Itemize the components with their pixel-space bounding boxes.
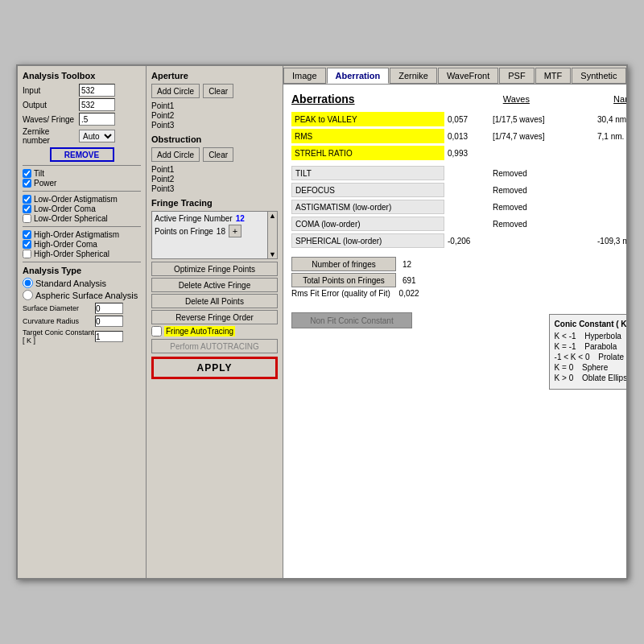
aber-name-strehl: STREHL RATIO [291, 146, 444, 160]
surface-diameter-label: Surface Diameter [23, 304, 95, 312]
surface-diameter-field[interactable] [95, 303, 123, 314]
aber-name-defocus: DEFOCUS [291, 183, 444, 197]
table-row: STREHL RATIO 0,993 [291, 146, 626, 160]
aspheric-analysis-label: Aspheric Surface Analysis [35, 291, 138, 300]
conic-label-4: Sphere [582, 363, 608, 372]
conic-range-3: -1 < K < 0 [555, 353, 590, 361]
obs-clear-button[interactable]: Clear [203, 147, 233, 162]
aber-note-defocus: Removed [493, 186, 597, 195]
clear-button[interactable]: Clear [203, 84, 233, 98]
aperture-title: Aperture [151, 71, 278, 80]
low-spherical-row: Low-Order Spherical [23, 214, 141, 223]
tab-synthetic[interactable]: Synthetic [572, 68, 625, 84]
optimize-fringe-button[interactable]: Optimize Fringe Points [151, 262, 278, 276]
remove-button[interactable]: REMOVE [50, 147, 114, 162]
high-spherical-label: High-Order Spherical [34, 250, 109, 258]
fringe-section: Fringe Tracing Active Fringe Number 12 P… [151, 198, 278, 379]
aber-note-tilt: Removed [493, 169, 597, 178]
power-checkbox[interactable] [23, 179, 31, 188]
obstruction-title: Obstruction [151, 134, 278, 144]
aspheric-analysis-row: Aspheric Surface Analysis [23, 290, 141, 300]
num-fringes-row: Number of fringes 12 [291, 257, 626, 271]
aber-name-spherical: SPHERICAL (low-order) [291, 233, 444, 248]
aber-value-rms: 0,013 [444, 132, 493, 141]
high-spherical-checkbox[interactable] [23, 250, 31, 258]
tilt-label: Tilt [34, 169, 44, 178]
tab-image[interactable]: Image [283, 68, 326, 84]
tab-psf[interactable]: PSF [499, 68, 534, 84]
table-row: DEFOCUS Removed [291, 183, 626, 197]
conic-label-5: Oblate Ellipsoid [582, 374, 626, 382]
number-of-fringes-button[interactable]: Number of fringes [291, 257, 396, 271]
table-row: ASTIGMATISM (low-order) Removed [291, 200, 626, 214]
points-on-fringe-value: 18 [217, 227, 225, 236]
conic-row-parabola: K = -1 Parabola [555, 342, 626, 351]
aperture-point3: Point3 [151, 121, 278, 130]
obs-add-circle-button[interactable]: Add Circle [151, 147, 200, 162]
high-astig-checkbox[interactable] [23, 230, 31, 239]
aber-name-rms: RMS [291, 129, 444, 143]
fringe-content: Active Fringe Number 12 Points on Fringe… [152, 212, 277, 243]
aperture-btn-row: Add Circle Clear [151, 84, 278, 98]
aber-name-coma: COMA (low-order) [291, 217, 444, 231]
zernike-label: Zernike number [23, 127, 79, 145]
waves-fringe-field[interactable] [79, 113, 115, 126]
curvature-radius-field[interactable] [95, 316, 123, 327]
divider1 [23, 165, 141, 166]
apply-button[interactable]: APPLY [151, 357, 278, 379]
reverse-fringe-order-button[interactable]: Reverse Fringe Order [151, 310, 278, 324]
plus-button[interactable]: + [229, 225, 242, 237]
autotracing-row: Fringe AutoTracing [151, 326, 278, 336]
delete-all-points-button[interactable]: Delete All Points [151, 294, 278, 308]
aber-nm-ptv: 30,4 nm. [597, 115, 626, 124]
fringe-title: Fringe Tracing [151, 198, 278, 208]
tab-mtf[interactable]: MTF [535, 68, 572, 84]
waves-col-header: Waves [503, 94, 530, 104]
total-points-value: 691 [402, 276, 416, 285]
fringe-scrollbar[interactable]: ▲ ▼ [267, 212, 277, 258]
high-astig-label: High-Order Astigmatism [34, 230, 119, 239]
autotracing-checkbox[interactable] [151, 326, 162, 336]
low-spherical-checkbox[interactable] [23, 214, 31, 223]
high-spherical-row: High-Order Spherical [23, 250, 141, 258]
points-row: Points on Fringe 18 + [155, 225, 275, 237]
aber-note-astig: Removed [493, 203, 597, 212]
low-astig-checkbox[interactable] [23, 195, 31, 204]
input-row: Input [23, 84, 141, 97]
add-circle-button[interactable]: Add Circle [151, 84, 200, 98]
delete-active-fringe-button[interactable]: Delete Active Fringe [151, 278, 278, 292]
active-fringe-number: 12 [236, 214, 245, 223]
tilt-checkbox[interactable] [23, 169, 31, 178]
tab-zernike[interactable]: Zernike [390, 68, 437, 84]
high-coma-checkbox[interactable] [23, 240, 31, 249]
standard-analysis-radio[interactable] [23, 278, 33, 288]
left-panel: Analysis Toolbox Input Output Waves/ Fri… [18, 66, 147, 578]
conic-title: Conic Constant ( K ) range [555, 320, 626, 328]
target-conic-field[interactable] [95, 331, 123, 342]
aberrations-title: Aberrations [291, 93, 355, 105]
table-row: TILT Removed [291, 166, 626, 180]
output-field[interactable] [79, 98, 115, 111]
standard-analysis-row: Standard Analysis [23, 278, 141, 288]
waves-fringe-label: Waves/ Fringe [23, 115, 79, 124]
aber-nm-spherical: -109,3 nm. [597, 237, 626, 246]
conic-label-2: Parabola [584, 342, 617, 351]
conic-row-sphere: K = 0 Sphere [555, 363, 626, 372]
divider2 [23, 191, 141, 192]
low-coma-checkbox[interactable] [23, 204, 31, 213]
tab-wavefront[interactable]: WaveFront [438, 68, 498, 84]
aspheric-analysis-radio[interactable] [23, 290, 33, 300]
conic-row-oblate: K > 0 Oblate Ellipsoid [555, 374, 626, 382]
input-field[interactable] [79, 84, 115, 97]
standard-analysis-label: Standard Analysis [35, 279, 106, 288]
divider3 [23, 226, 141, 227]
active-fringe-row: Active Fringe Number 12 [155, 214, 275, 223]
tab-aberration[interactable]: Aberration [327, 68, 390, 84]
divider4 [23, 262, 141, 262]
number-of-fringes-value: 12 [402, 260, 411, 269]
zernike-select[interactable]: Auto [79, 130, 115, 142]
total-points-button[interactable]: Total Points on Fringes [291, 273, 396, 287]
aperture-point1: Point1 [151, 101, 278, 110]
aber-note-rms: [1/74,7 waves] [493, 132, 597, 141]
conic-range-1: K < -1 [555, 332, 576, 341]
